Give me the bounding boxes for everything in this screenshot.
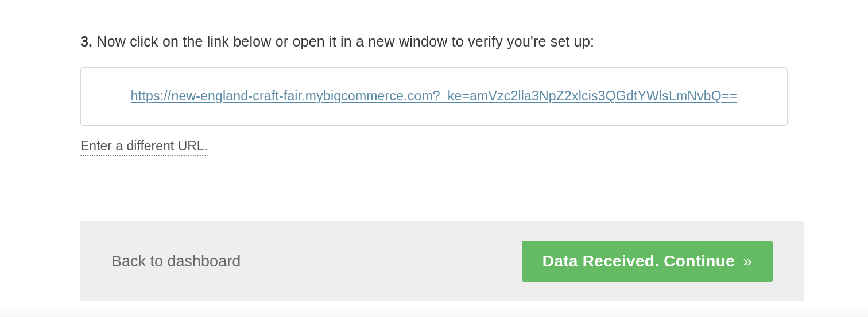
verify-link-box: https://new-england-craft-fair.mybigcomm… — [80, 67, 788, 126]
back-to-dashboard-link[interactable]: Back to dashboard — [111, 253, 241, 270]
chevron-right-icon: » — [738, 252, 752, 270]
continue-button[interactable]: Data Received. Continue » — [522, 241, 773, 282]
step-number: 3. — [80, 33, 92, 49]
setup-step-section: 3. Now click on the link below or open i… — [0, 0, 868, 156]
continue-button-label: Data Received. Continue — [542, 252, 735, 270]
footer-bar: Back to dashboard Data Received. Continu… — [80, 221, 804, 301]
verify-link[interactable]: https://new-england-craft-fair.mybigcomm… — [131, 88, 737, 103]
step-text: Now click on the link below or open it i… — [92, 33, 594, 49]
enter-different-url-link[interactable]: Enter a different URL. — [80, 138, 208, 156]
page-shadow — [0, 307, 868, 317]
step-instruction: 3. Now click on the link below or open i… — [80, 33, 788, 50]
